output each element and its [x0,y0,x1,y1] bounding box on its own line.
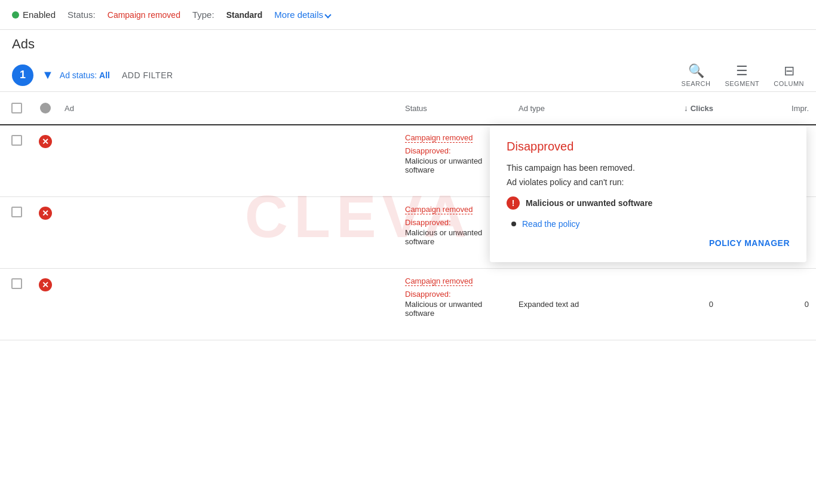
row3-status-cell: Campaign removed Disapproved: Malicious … [398,269,511,340]
add-filter-button[interactable]: ADD FILTER [122,70,173,80]
row1-campaign-removed[interactable]: Campaign removed [405,133,473,143]
tooltip-violation-row: ! Malicious or unwanted software [507,196,790,210]
segment-icon: ☰ [736,63,748,79]
row3-checkbox-cell[interactable] [0,269,33,340]
th-status[interactable]: Status [398,104,511,113]
filter-icon: ▼ [42,68,54,82]
more-details-link[interactable]: More details [274,10,330,20]
search-toolbar-button[interactable]: 🔍 SEARCH [682,63,711,87]
tooltip-policy-text: Ad violates policy and can't run: [507,177,790,187]
tooltip-desc: This campaign has been removed. [507,163,790,173]
header-dot-icon [40,103,51,113]
row3-error-icon: ✕ [39,278,52,291]
th-dot [33,103,57,113]
row1-ad-cell [57,125,398,196]
page-title: Ads [12,36,35,52]
segment-toolbar-button[interactable]: ☰ SEGMENT [725,63,759,87]
row3-ad-cell [57,269,398,340]
status-prefix: Status: [68,10,96,20]
page-title-bar: Ads [0,30,816,59]
toolbar-right: 🔍 SEARCH ☰ SEGMENT ⊟ COLUMN [682,63,804,87]
sort-down-icon: ↓ [684,103,688,113]
search-icon: 🔍 [688,63,704,79]
violation-text: Malicious or unwanted software [526,198,652,208]
th-impr[interactable]: Impr. [720,104,816,113]
th-clicks[interactable]: ↓ Clicks [625,103,720,113]
enabled-status: Enabled [12,10,56,20]
policy-manager-button[interactable]: POLICY MANAGER [709,238,790,248]
green-dot-icon [12,11,19,19]
read-policy-link[interactable]: Read the policy [522,219,580,229]
row3-impr-cell: 0 [720,269,816,340]
policy-manager-row: POLICY MANAGER [507,238,790,248]
row2-checkbox[interactable] [11,207,22,217]
row3-disapproved-label: Disapproved: [405,290,451,299]
row1-disapproved-label: Disapproved: [405,146,451,155]
circle-badge: 1 [12,64,33,86]
row1-error-icon: ✕ [39,135,52,148]
row2-status-icon-cell: ✕ [33,197,57,268]
type-prefix: Type: [192,10,214,20]
row2-checkbox-cell[interactable] [0,197,33,268]
top-bar: Enabled Status: Campaign removed Type: S… [0,0,816,30]
column-toolbar-button[interactable]: ⊟ COLUMN [774,63,804,87]
th-checkbox[interactable] [0,103,33,113]
bullet-icon [511,222,516,226]
row1-status-icon-cell: ✕ [33,125,57,196]
row1-checkbox[interactable] [11,135,22,146]
row1-checkbox-cell[interactable] [0,125,33,196]
disapproved-tooltip: Disapproved This campaign has been remov… [490,125,806,262]
row3-clicks-cell: 0 [625,269,720,340]
tooltip-title: Disapproved [507,140,790,153]
row3-campaign-removed[interactable]: Campaign removed [405,276,473,286]
table-row: ✕ Campaign removed Disapproved: Maliciou… [0,269,816,340]
row3-adtype-cell: Expanded text ad [511,269,625,340]
filter-bar: 1 ▼ Ad status: All ADD FILTER 🔍 SEARCH ☰… [0,59,816,92]
ad-status-value[interactable]: All [99,70,110,80]
th-adtype[interactable]: Ad type [511,104,625,113]
table-container: CLEVA Ad Status Ad type ↓ Clicks Impr. ✕ [0,92,816,340]
row2-ad-cell [57,197,398,268]
status-value: Campaign removed [108,10,180,20]
ad-status-label: Ad status: [60,70,97,80]
row2-error-icon: ✕ [39,207,52,220]
row2-campaign-removed[interactable]: Campaign removed [405,205,473,214]
violation-error-icon: ! [507,196,520,210]
row3-status-icon-cell: ✕ [33,269,57,340]
column-icon: ⊟ [784,63,794,79]
th-ad[interactable]: Ad [57,104,398,113]
table-header: Ad Status Ad type ↓ Clicks Impr. [0,92,816,125]
chevron-down-icon [324,11,331,18]
type-value: Standard [226,10,263,20]
enabled-label: Enabled [23,10,56,20]
row3-disapproved-reason: Malicious or unwanted software [405,300,504,318]
row2-disapproved-label: Disapproved: [405,218,451,227]
header-checkbox[interactable] [11,103,22,113]
row3-checkbox[interactable] [11,278,22,289]
tooltip-read-policy-row: Read the policy [507,219,790,229]
